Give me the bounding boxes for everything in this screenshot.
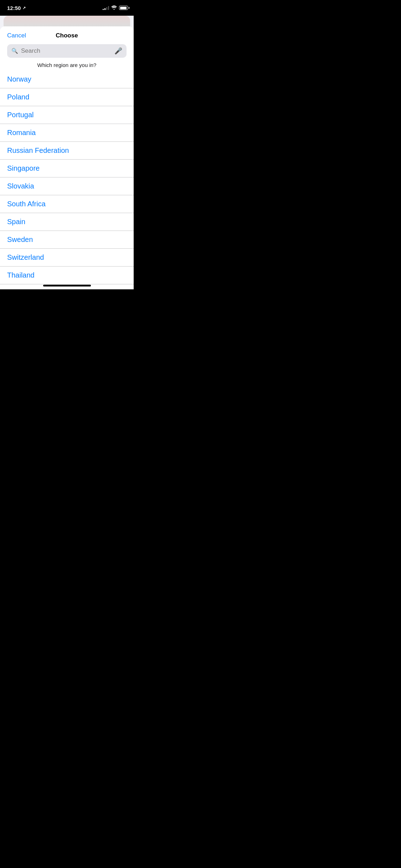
screen: 12:50 ↗ <box>0 0 134 289</box>
wifi-icon <box>111 5 117 11</box>
list-item[interactable]: Spain <box>0 213 134 231</box>
country-name: South Africa <box>7 200 46 208</box>
list-item[interactable]: Switzerland <box>0 249 134 267</box>
list-item[interactable]: Romania <box>0 124 134 142</box>
battery-icon <box>119 6 128 10</box>
search-icon: 🔍 <box>11 48 18 54</box>
status-bar: 12:50 ↗ <box>0 0 134 16</box>
modal-header: Cancel Choose 🔍 🎤 Which region are you i… <box>0 26 134 74</box>
time-display: 12:50 <box>7 5 21 11</box>
modal-title: Choose <box>56 32 78 39</box>
modal-sheet: Cancel Choose 🔍 🎤 Which region are you i… <box>0 26 134 289</box>
country-name: Singapore <box>7 164 40 172</box>
region-subtitle: Which region are you in? <box>7 62 127 68</box>
country-name: Portugal <box>7 111 34 119</box>
search-input[interactable] <box>21 47 112 55</box>
list-item[interactable]: Singapore <box>0 160 134 177</box>
list-item[interactable]: Russian Federation <box>0 142 134 160</box>
list-item[interactable]: Sweden <box>0 231 134 249</box>
country-name: Spain <box>7 218 25 226</box>
country-name: Romania <box>7 129 36 136</box>
list-item[interactable]: Norway <box>0 74 134 88</box>
list-item[interactable]: Portugal <box>0 106 134 124</box>
cancel-button[interactable]: Cancel <box>7 32 26 39</box>
location-arrow-icon: ↗ <box>22 6 26 10</box>
list-item[interactable]: Poland <box>0 88 134 106</box>
list-item[interactable]: Thailand <box>0 267 134 284</box>
country-name: Sweden <box>7 236 33 243</box>
country-name: Slovakia <box>7 182 34 190</box>
modal-title-row: Cancel Choose <box>7 32 127 39</box>
list-item[interactable]: Slovakia <box>0 177 134 195</box>
microphone-icon[interactable]: 🎤 <box>114 47 122 55</box>
home-indicator <box>43 285 91 286</box>
signal-icon <box>103 6 109 10</box>
country-name: Norway <box>7 75 31 83</box>
country-list[interactable]: NorwayPolandPortugalRomaniaRussian Feder… <box>0 74 134 289</box>
list-item[interactable]: South Africa <box>0 195 134 213</box>
country-name: Russian Federation <box>7 146 69 154</box>
country-name: Switzerland <box>7 253 44 261</box>
country-name: United Kingdom <box>7 289 58 289</box>
background-peek <box>4 16 130 26</box>
country-name: Poland <box>7 93 29 101</box>
search-bar[interactable]: 🔍 🎤 <box>7 44 127 58</box>
status-icons <box>103 5 128 11</box>
status-time: 12:50 ↗ <box>7 5 26 11</box>
country-name: Thailand <box>7 271 35 279</box>
